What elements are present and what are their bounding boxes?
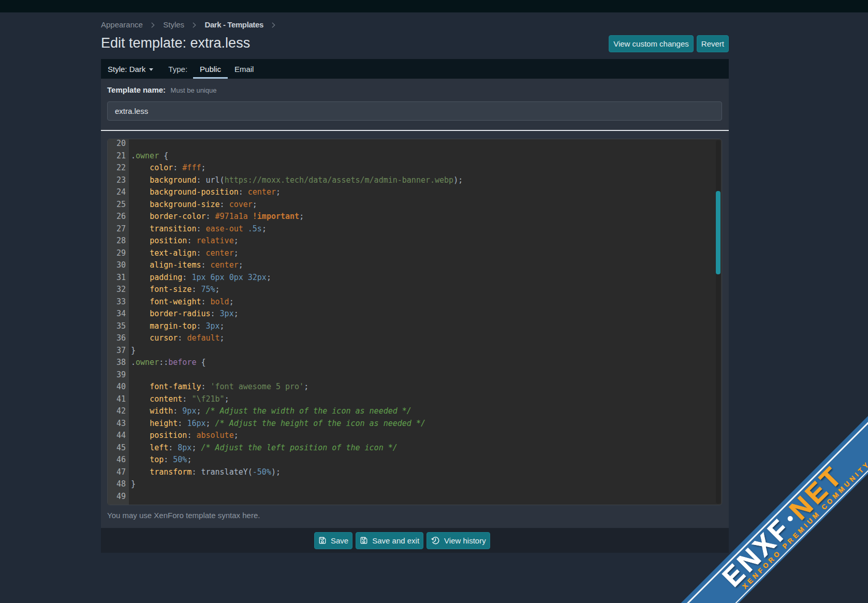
line-number: 35 — [108, 320, 126, 333]
code-token: ; — [225, 394, 229, 404]
style-selector[interactable]: Style: Dark — [108, 59, 153, 79]
code-token: ; — [234, 236, 239, 245]
revert-button[interactable]: Revert — [697, 35, 729, 52]
code-line: font-weight: bold; — [131, 296, 722, 308]
line-number: 26 — [108, 211, 126, 223]
code-token: : — [196, 248, 205, 258]
code-token: 32px — [248, 273, 267, 282]
code-token: ; — [192, 443, 201, 452]
code-token: 'font awesome 5 pro' — [211, 382, 304, 391]
code-token: : — [211, 309, 220, 318]
code-token: transform — [150, 467, 192, 477]
breadcrumb-dark-templates[interactable]: Dark - Templates — [204, 20, 263, 29]
code-line: .owner::before { — [131, 357, 722, 369]
line-number: 49 — [108, 491, 126, 503]
code-token: ; — [201, 163, 205, 172]
code-line — [131, 139, 722, 150]
line-number: 27 — [108, 223, 126, 236]
code-token: ); — [271, 467, 281, 477]
template-name-input[interactable] — [107, 101, 722, 121]
code-token — [131, 175, 150, 185]
breadcrumb-styles[interactable]: Styles — [163, 20, 184, 29]
code-token: 6px — [211, 273, 225, 282]
code-token: absolute — [196, 431, 233, 440]
code-token: "\f21b" — [192, 394, 224, 404]
save-icon — [360, 536, 368, 545]
watermark-title-orange: NET — [784, 460, 849, 525]
breadcrumb-appearance[interactable]: Appearance — [101, 20, 143, 29]
chevron-right-icon — [151, 22, 155, 28]
code-token: ; — [220, 333, 225, 343]
code-line: text-align: center; — [131, 247, 722, 260]
code-token: center — [206, 248, 234, 258]
top-navigation-bar — [0, 0, 868, 12]
code-token — [131, 224, 150, 233]
code-token: : — [173, 406, 182, 416]
code-token: ; — [206, 419, 215, 428]
code-token: default — [187, 333, 219, 343]
code-token: /* Adjust the width of the icon as neede… — [206, 406, 411, 416]
code-token: border-color — [150, 212, 205, 221]
code-line: color: #fff; — [131, 162, 722, 174]
code-token — [243, 224, 248, 233]
code-line: top: 50%; — [131, 454, 722, 466]
editor-scrollbar-thumb[interactable] — [716, 191, 720, 274]
code-token: { — [159, 151, 168, 160]
editor-line-numbers: 2021222324252627282930313233343536373839… — [108, 139, 129, 505]
code-token: : — [220, 200, 229, 209]
code-token: : — [164, 455, 173, 464]
divider — [101, 130, 729, 131]
code-line — [131, 369, 722, 381]
save-and-exit-button[interactable]: Save and exit — [356, 532, 423, 549]
code-token: ; — [229, 297, 234, 306]
code-token: /* Adjust the left position of the icon … — [201, 443, 397, 452]
syntax-hint: You may use XenForo template syntax here… — [107, 511, 260, 520]
code-token: : — [182, 394, 192, 404]
view-history-button[interactable]: View history — [426, 532, 490, 549]
code-line: margin-top: 3px; — [131, 320, 722, 333]
line-number: 44 — [108, 430, 126, 442]
code-line: } — [131, 345, 722, 357]
code-line: transform: translateY(-50%); — [131, 466, 722, 479]
code-token — [131, 212, 150, 221]
code-token: ; — [304, 382, 308, 391]
code-token: . — [131, 358, 136, 367]
code-token — [131, 394, 150, 404]
code-editor[interactable]: 2021222324252627282930313233343536373839… — [107, 139, 722, 505]
line-number: 38 — [108, 357, 126, 369]
tab-email[interactable]: Email — [228, 59, 261, 79]
code-token: 1px — [192, 273, 205, 282]
editor-code[interactable]: .owner { color: #fff; background: url(ht… — [129, 139, 722, 505]
code-token: } — [131, 479, 136, 489]
code-token: 3px — [220, 309, 234, 318]
code-token: background-size — [150, 200, 219, 209]
code-line: position: relative; — [131, 235, 722, 247]
code-token — [131, 309, 150, 318]
line-number: 40 — [108, 381, 126, 393]
code-token: #971a1a — [215, 212, 248, 221]
code-line: padding: 1px 6px 0px 32px; — [131, 272, 722, 284]
code-token: 50% — [173, 455, 187, 464]
code-token — [131, 260, 150, 270]
code-token: width — [150, 406, 173, 416]
code-token: position — [150, 431, 187, 440]
code-line: font-size: 75%; — [131, 284, 722, 296]
save-button[interactable]: Save — [314, 532, 352, 549]
code-token: cover — [229, 200, 253, 209]
watermark-subtitle: XENFORO PREMIUM COMMUNITY — [741, 460, 868, 590]
line-number: 37 — [108, 345, 126, 357]
code-token: 16px — [187, 419, 205, 428]
code-token: center — [248, 187, 276, 197]
view-custom-changes-button[interactable]: View custom changes — [609, 35, 694, 52]
code-token: 3px — [206, 321, 220, 331]
code-token — [131, 419, 150, 428]
tab-bar: Style: Dark Type: Public Email — [101, 59, 729, 79]
code-token: owner — [136, 358, 159, 367]
code-token: ; — [220, 321, 225, 331]
code-token: ; — [299, 212, 304, 221]
code-token: : — [196, 224, 205, 233]
line-number: 47 — [108, 466, 126, 479]
save-and-exit-button-label: Save and exit — [372, 536, 419, 545]
tab-public[interactable]: Public — [193, 59, 228, 79]
code-token: before — [168, 358, 196, 367]
